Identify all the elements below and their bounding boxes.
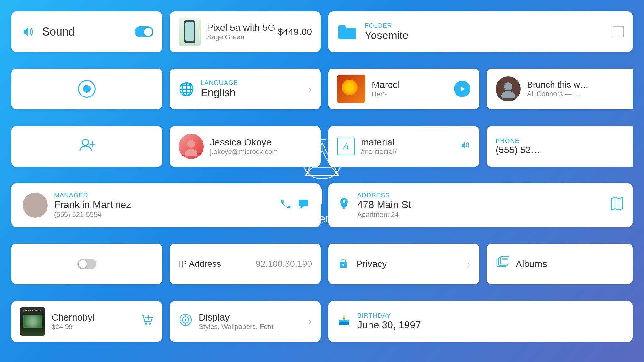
svg-point-26 [149, 323, 151, 325]
svg-point-8 [82, 139, 89, 145]
material-word-card: A material /məˈtɪərɪəl/ [328, 126, 479, 167]
pronunciation-sound-icon[interactable] [460, 140, 470, 153]
ip-card: IP Address 92.100.30.190 [170, 244, 321, 284]
svg-rect-37 [339, 322, 349, 325]
call-icon[interactable] [279, 198, 291, 212]
albums-label: Albums [516, 259, 547, 269]
chernobyl-cover: CHERNOBYL [20, 307, 45, 336]
chevron-right-icon: › [467, 258, 470, 270]
display-label: Display [199, 312, 308, 323]
add-person-icon [79, 137, 95, 156]
chevron-right-icon: › [308, 315, 312, 327]
folder-label: FOLDER [365, 22, 613, 29]
globe-icon: 🌐 [179, 81, 194, 97]
brunch-subtitle: Ali Connors — … [527, 90, 624, 98]
add-person-card[interactable] [11, 126, 162, 167]
chernobyl-card: CHERNOBYL Chernobyl $24.99 [11, 301, 162, 342]
display-icon [179, 313, 192, 330]
add-to-cart-icon[interactable] [141, 314, 153, 329]
pixel-product-image [179, 18, 201, 46]
svg-point-14 [27, 207, 43, 216]
svg-rect-24 [501, 256, 509, 264]
material-word: material [361, 137, 460, 148]
brunch-title: Brunch this w… [527, 80, 624, 90]
birthday-icon [337, 313, 351, 330]
pixel-card: Pixel 5a with 5G Sage Green $449.00 [170, 11, 321, 52]
svg-point-21 [342, 264, 344, 266]
toggle-off-switch[interactable] [77, 259, 96, 269]
manager-label: MANAGER [54, 192, 276, 199]
sound-toggle[interactable] [135, 26, 153, 37]
sound-icon [20, 24, 36, 40]
chernobyl-info: Chernobyl $24.99 [52, 312, 141, 331]
svg-point-12 [185, 149, 197, 156]
marcel-album: Her's [372, 90, 454, 98]
display-sub: Styles, Wallpapers, Font [199, 323, 308, 331]
toggle-off-card [11, 244, 162, 284]
location-pin-icon [337, 197, 351, 213]
svg-rect-15 [299, 200, 308, 206]
marcel-card: Marcel Her's [328, 69, 479, 109]
material-word-info: material /məˈtɪərɪəl/ [361, 137, 460, 156]
phone-label: PHONE [496, 137, 540, 145]
folder-card: FOLDER Yosemite [328, 11, 633, 52]
birthday-card: BIRTHDAY June 30, 1997 [328, 301, 633, 342]
pixel-name: Pixel 5a with 5G [207, 22, 278, 33]
lock-icon [337, 256, 350, 272]
phone-number: (555) 52… [496, 145, 540, 155]
folder-info: FOLDER Yosemite [365, 22, 613, 41]
radio-inner [83, 85, 91, 93]
marcel-info: Marcel Her's [372, 80, 454, 98]
map-icon[interactable] [610, 197, 624, 213]
albums-card[interactable]: Albums [487, 244, 633, 284]
language-card[interactable]: 🌐 LANGUAGE English › [170, 69, 321, 109]
phone-info: PHONE (555) 52… [496, 137, 540, 155]
svg-point-39 [343, 315, 345, 318]
language-value: English [201, 86, 308, 99]
manager-avatar [23, 193, 48, 218]
albums-icon [496, 256, 509, 272]
address-apt: Apartment 24 [357, 211, 610, 219]
radio-button[interactable] [78, 80, 96, 98]
folder-checkbox[interactable] [613, 26, 624, 37]
svg-point-7 [501, 91, 515, 98]
radio-card [11, 69, 162, 109]
address-label: ADDRESS [357, 192, 610, 199]
svg-marker-16 [299, 206, 304, 209]
jessica-info: Jessica Okoye j.okoye@microck.com [210, 137, 312, 156]
sound-card: Sound [11, 11, 162, 52]
message-icon[interactable] [297, 198, 309, 212]
brunch-avatar [496, 76, 521, 101]
dictionary-icon: A [337, 138, 355, 155]
marcel-artist: Marcel [372, 80, 454, 90]
display-info: Display Styles, Wallpapers, Font [199, 312, 308, 331]
address-info: ADDRESS 478 Main St Apartment 24 [357, 192, 610, 219]
birthday-date: June 30, 1997 [357, 319, 624, 331]
ip-value: 92.100.30.190 [256, 259, 312, 269]
material-pronunciation: /məˈtɪərɪəl/ [361, 148, 460, 156]
birthday-label: BIRTHDAY [357, 312, 624, 319]
language-info: LANGUAGE English [201, 79, 308, 99]
svg-point-25 [145, 323, 147, 325]
chernobyl-book-title-text: CHERNOBYL [22, 307, 43, 314]
play-button[interactable] [454, 81, 470, 97]
folder-icon [337, 23, 357, 41]
svg-marker-17 [611, 197, 623, 210]
svg-point-6 [504, 82, 512, 90]
sound-label: Sound [42, 25, 135, 38]
svg-point-11 [187, 140, 195, 148]
address-street: 478 Main St [357, 199, 610, 211]
marcel-album-art [337, 75, 365, 103]
chernobyl-price: $24.99 [52, 323, 141, 331]
brunch-info: Brunch this w… Ali Connors — … [527, 80, 624, 98]
jessica-card: Jessica Okoye j.okoye@microck.com [170, 126, 321, 167]
svg-point-13 [31, 198, 40, 207]
display-card[interactable]: Display Styles, Wallpapers, Font › [170, 301, 321, 342]
privacy-card[interactable]: Privacy › [328, 244, 479, 284]
manager-info: MANAGER Franklin Martinez (555) 521-5554 [54, 192, 276, 219]
pixel-color: Sage Green [207, 33, 278, 41]
brunch-card: Brunch this w… Ali Connors — … [487, 69, 633, 109]
manager-name: Franklin Martinez [54, 199, 276, 211]
manager-card: MANAGER Franklin Martinez (555) 521-5554 [11, 183, 321, 227]
jessica-avatar [179, 134, 204, 159]
